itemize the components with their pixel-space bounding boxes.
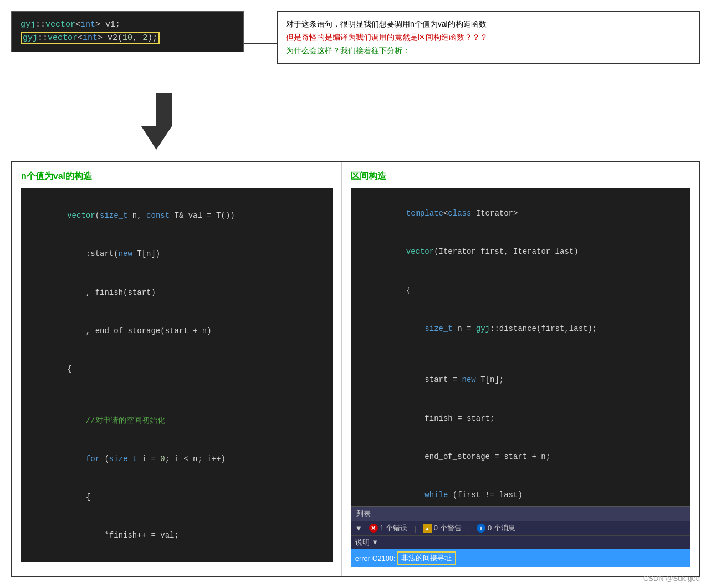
error-count-label: 1 个错误: [380, 523, 408, 533]
error-count-badge: ✕ 1 个错误: [369, 523, 408, 533]
right-code-line-1: template<class Iterator>: [360, 195, 681, 233]
error-toolbar: ▼ ✕ 1 个错误 | ▲ 0 个警告 | i 0 个消息: [351, 521, 690, 535]
csdn-watermark: CSDN @Suk-god: [643, 574, 700, 582]
warning-icon: ▲: [423, 524, 432, 533]
toolbar-dropdown[interactable]: ▼: [355, 524, 362, 533]
left-code-line-1: vector(size_t n, const T& val = T()): [30, 197, 324, 235]
svg-marker-4: [141, 126, 172, 150]
error-code: error C2100:: [355, 554, 396, 563]
annotation-line-3: 为什么会这样？我们接着往下分析：: [286, 44, 691, 58]
right-panel-title: 区间构造: [351, 171, 690, 182]
error-row: error C2100: 非法的间接寻址: [351, 549, 690, 567]
right-code-line-7: end_of_storage = start + n;: [360, 438, 681, 476]
right-code-blank: [360, 348, 681, 361]
explain-bar: 说明 ▼: [351, 535, 690, 549]
code-line-1: gyj::vector<int> v1;: [21, 18, 234, 32]
left-code-line-6: for (size_t i = 0; i < n; i++): [30, 440, 324, 478]
left-code-line-9: }: [30, 555, 324, 562]
top-code-snippet: gyj::vector<int> v1; gyj::vector<int> v2…: [11, 11, 244, 52]
error-title-bar: 列表: [351, 507, 690, 521]
right-panel-inner: 区间构造 template<class Iterator> vector(Ite…: [351, 171, 690, 567]
left-code-comment: //对申请的空间初始化: [30, 402, 324, 440]
error-panel: 列表 ▼ ✕ 1 个错误 | ▲ 0 个警告 | i: [351, 506, 690, 567]
left-panel-title: n个值为val的构造: [21, 171, 333, 182]
warning-count-label: 0 个警告: [434, 523, 462, 533]
separator-1: |: [414, 524, 416, 533]
error-message-box: 非法的间接寻址: [397, 551, 456, 565]
explain-label: 说明 ▼: [355, 538, 378, 546]
left-code-block: vector(size_t n, const T& val = T()) :st…: [21, 188, 333, 562]
annotation-line-2: 但是奇怪的是编译为我们调用的竟然是区间构造函数？？？: [286, 31, 691, 44]
right-code-block: template<class Iterator> vector(Iterator…: [351, 188, 690, 506]
info-count-badge: i 0 个消息: [477, 523, 515, 533]
right-code-line-4: size_t n = gyj::distance(first,last);: [360, 310, 681, 348]
right-code-line-2: vector(Iterator first, Iterator last): [360, 233, 681, 271]
right-code-line-8: while (first != last): [360, 476, 681, 506]
right-code-line-5: start = new T[n];: [360, 361, 681, 399]
right-code-line-6: finish = start;: [360, 400, 681, 438]
svg-rect-3: [156, 93, 172, 126]
left-panel: n个值为val的构造 vector(size_t n, const T& val…: [12, 162, 342, 576]
left-code-line-8: *finish++ = val;: [30, 517, 324, 555]
left-code-line-blank: [30, 388, 324, 401]
left-code-line-7: {: [30, 478, 324, 517]
separator-2: |: [468, 524, 470, 533]
error-panel-title: 列表: [356, 509, 371, 518]
annotation-line-1: 对于这条语句，很明显我们想要调用n个值为val的构造函数: [286, 18, 691, 31]
left-code-line-2: :start(new T[n]): [30, 235, 324, 273]
info-icon: i: [477, 524, 485, 533]
code-line-2: gyj::vector<int> v2(10, 2);: [21, 32, 234, 45]
info-count-label: 0 个消息: [488, 523, 515, 533]
warning-count-badge: ▲ 0 个警告: [423, 523, 462, 533]
main-comparison-box: n个值为val的构造 vector(size_t n, const T& val…: [11, 161, 700, 577]
left-code-line-3: , finish(start): [30, 274, 324, 312]
right-code-line-3: {: [360, 272, 681, 310]
left-code-line-5: {: [30, 350, 324, 388]
annotation-box: 对于这条语句，很明显我们想要调用n个值为val的构造函数 但是奇怪的是编译为我们…: [277, 11, 700, 64]
error-icon: ✕: [369, 524, 378, 533]
right-panel: 区间构造 template<class Iterator> vector(Ite…: [342, 162, 699, 576]
left-code-line-4: , end_of_storage(start + n): [30, 312, 324, 350]
top-code-area: gyj::vector<int> v1; gyj::vector<int> v2…: [11, 11, 700, 64]
